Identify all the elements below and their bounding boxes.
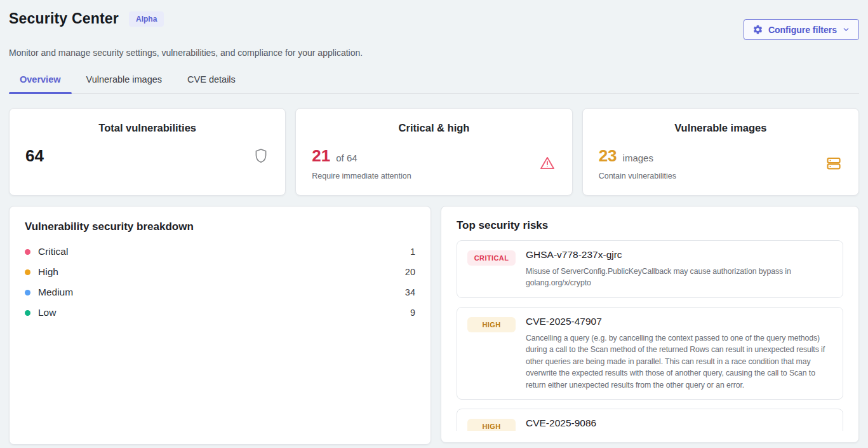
legend-row-critical: Critical 1	[25, 241, 415, 262]
total-vulnerabilities-value: 64	[25, 147, 44, 165]
risk-item-ghsa-v778-237x-gjrc[interactable]: CRITICAL GHSA-v778-237x-gjrc Misuse of S…	[457, 240, 843, 298]
image-stack-icon	[825, 155, 843, 172]
top-security-risks-panel: Top security risks CRITICAL GHSA-v778-23…	[441, 206, 859, 443]
risk-item-cve-2025-47907[interactable]: HIGH CVE-2025-47907 Cancelling a query (…	[457, 307, 843, 400]
shield-icon	[253, 147, 269, 165]
stat-card-vulnerable-images: Vulnerable images 23 images Contain vuln…	[582, 108, 859, 196]
stat-card-critical-high: Critical & high 21 of 64 Require immedia…	[295, 108, 572, 196]
low-dot	[25, 310, 30, 316]
vulnerable-images-suffix: images	[623, 153, 653, 163]
risk-id: CVE-2025-9086	[526, 417, 832, 429]
bottom-panels: Vulnerability security breakdown Critica…	[9, 206, 859, 445]
security-center-page: Security Center Alpha Configure filters …	[0, 0, 868, 445]
critical-dot	[25, 249, 30, 255]
vulnerable-images-subtext: Contain vulnerabilities	[599, 172, 676, 180]
stat-card-row: Total vulnerabilities 64 Critical & high…	[9, 108, 859, 196]
configure-filters-button[interactable]: Configure filters	[744, 19, 859, 40]
critical-high-subtext: Require immediate attention	[312, 172, 411, 180]
title-wrap: Security Center Alpha	[9, 10, 164, 27]
risk-description: Misuse of ServerConfig.PublicKeyCallback…	[526, 266, 832, 289]
warning-triangle-icon	[538, 154, 556, 172]
chevron-down-icon	[842, 25, 850, 34]
tab-cve-details[interactable]: CVE details	[177, 68, 246, 93]
legend-row-low: Low 9	[25, 302, 415, 323]
gear-icon	[752, 24, 763, 35]
tab-bar: Overview Vulnerable images CVE details	[9, 68, 859, 94]
page-subtitle: Monitor and manage security settings, vu…	[9, 48, 859, 58]
risk-item-cve-2025-9086[interactable]: HIGH CVE-2025-9086	[457, 409, 843, 431]
risk-id: CVE-2025-47907	[526, 316, 832, 327]
severity-badge-high: HIGH	[467, 317, 516, 332]
severity-badge-high: HIGH	[467, 419, 516, 431]
page-title: Security Center	[9, 10, 119, 27]
risk-id: GHSA-v778-237x-gjrc	[526, 249, 832, 261]
breakdown-title: Vulnerability security breakdown	[25, 221, 415, 233]
legend-row-medium: Medium 34	[25, 282, 415, 302]
stat-card-title: Critical & high	[311, 122, 556, 134]
vulnerable-images-value: 23	[599, 147, 617, 165]
stat-card-total-vulnerabilities: Total vulnerabilities 64	[9, 108, 286, 196]
top-risks-title: Top security risks	[457, 219, 843, 232]
risk-list: CRITICAL GHSA-v778-237x-gjrc Misuse of S…	[457, 240, 843, 431]
tab-overview[interactable]: Overview	[9, 68, 72, 93]
stat-card-title: Vulnerable images	[598, 122, 843, 134]
alpha-badge: Alpha	[129, 11, 164, 27]
risk-description: Cancelling a query (e.g. by cancelling t…	[526, 332, 832, 391]
high-dot	[25, 269, 30, 275]
legend-row-high: High 20	[25, 262, 415, 282]
breakdown-legend: Critical 1 High 20 Medium 34 Low 9	[25, 241, 415, 323]
configure-filters-label: Configure filters	[768, 25, 837, 35]
critical-high-suffix: of 64	[336, 153, 357, 163]
critical-high-value: 21	[312, 147, 330, 165]
page-header: Security Center Alpha Configure filters	[9, 0, 859, 40]
tab-vulnerable-images[interactable]: Vulnerable images	[76, 68, 173, 93]
vulnerability-breakdown-panel: Vulnerability security breakdown Critica…	[9, 206, 431, 445]
medium-dot	[25, 290, 30, 295]
severity-badge-critical: CRITICAL	[467, 250, 516, 266]
stat-card-title: Total vulnerabilities	[25, 122, 270, 134]
